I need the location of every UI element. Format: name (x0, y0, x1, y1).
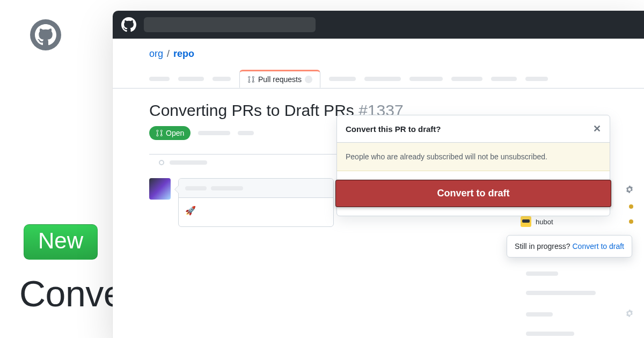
breadcrumb-org[interactable]: org (149, 48, 163, 59)
convert-to-draft-link[interactable]: Convert to draft (573, 242, 625, 251)
search-input[interactable] (144, 17, 316, 32)
tab-placeholder[interactable] (364, 77, 401, 81)
comment-box: 🚀 (178, 178, 334, 227)
tab-placeholder[interactable] (525, 77, 548, 81)
meta-placeholder (526, 332, 574, 336)
github-logo-icon (30, 19, 61, 50)
meta-placeholder (526, 291, 596, 295)
tab-placeholder[interactable] (451, 77, 482, 81)
tab-pull-requests[interactable]: Pull requests (239, 70, 320, 88)
commit-dot-icon (159, 160, 164, 165)
convert-to-draft-button[interactable]: Convert to draft (335, 180, 611, 207)
breadcrumb-sep: / (166, 48, 171, 59)
reviewer-row[interactable]: hubot (521, 214, 644, 229)
review-pending-icon (629, 204, 633, 209)
repo-tabs: Pull requests (113, 64, 644, 89)
breadcrumb-repo[interactable]: repo (173, 48, 194, 59)
breadcrumb: org / repo (113, 39, 644, 64)
pull-request-icon (156, 129, 163, 137)
tab-placeholder[interactable] (149, 77, 170, 81)
meta-placeholder (526, 312, 553, 317)
github-mark-icon[interactable] (121, 17, 136, 32)
author-avatar[interactable] (149, 178, 171, 200)
popover-text: Still in progress? (515, 242, 572, 251)
gear-icon[interactable] (626, 310, 633, 319)
meta-placeholder (526, 271, 558, 276)
review-pending-icon (629, 219, 633, 224)
tab-placeholder[interactable] (213, 77, 231, 81)
tab-placeholder[interactable] (491, 77, 517, 81)
convert-dialog: Convert this PR to draft? ✕ People who a… (336, 115, 610, 216)
pr-title-text: Converting PRs to Draft PRs (149, 101, 354, 119)
close-icon[interactable]: ✕ (593, 123, 601, 135)
meta-placeholder (170, 160, 207, 165)
meta-placeholder (198, 131, 230, 135)
meta-placeholder (185, 186, 207, 190)
convert-popover: Still in progress? Convert to draft (507, 235, 632, 258)
new-badge: New (24, 224, 98, 260)
dialog-note: People who are already subscribed will n… (337, 143, 610, 171)
rocket-icon: 🚀 (185, 206, 196, 215)
topbar (113, 11, 644, 39)
reviewer-name: hubot (536, 218, 553, 226)
pr-state-badge: Open (149, 126, 191, 140)
dialog-title: Convert this PR to draft? (346, 124, 441, 134)
gear-icon[interactable] (626, 186, 633, 195)
comment-header (179, 179, 333, 198)
tab-counter (305, 76, 312, 83)
meta-placeholder (238, 131, 254, 135)
tab-placeholder[interactable] (409, 77, 443, 81)
pull-request-icon (247, 76, 255, 83)
avatar-icon (521, 216, 531, 227)
tab-label: Pull requests (258, 75, 302, 84)
tab-placeholder[interactable] (329, 77, 356, 81)
pr-state-text: Open (166, 129, 184, 137)
meta-placeholder (211, 186, 243, 190)
tab-placeholder[interactable] (178, 77, 204, 81)
app-window: org / repo Pull requests Converting PRs … (113, 11, 644, 338)
